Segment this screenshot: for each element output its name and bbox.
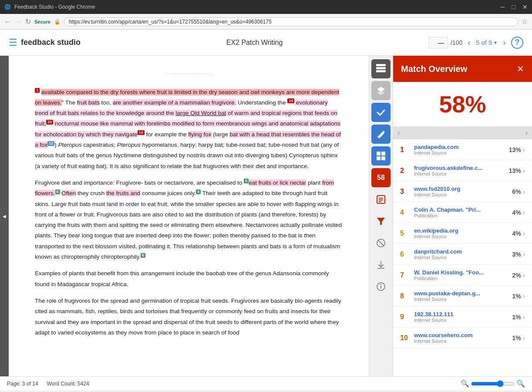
match-item[interactable]: 3 www.fsd2010.org Internet Source 6% › — [393, 181, 532, 202]
statusbar: Page: 3 of 14 Word Count: 5424 🔍 🔍 — [0, 376, 532, 390]
match-item-arrow: › — [523, 167, 525, 175]
match-item[interactable]: 8 www.pustaka-deptan.g... Internet Sourc… — [393, 286, 532, 307]
secure-indicator: Secure — [34, 19, 51, 24]
svg-marker-13 — [377, 218, 385, 225]
back-btn[interactable]: ← — [4, 18, 11, 26]
minimize-btn[interactable]: ─ — [501, 3, 505, 10]
titlebar-left: 🌐 Feedback Studio - Google Chrome — [4, 4, 95, 10]
match-item-pct: 1% — [505, 314, 521, 321]
block-btn[interactable] — [371, 233, 391, 253]
match-item[interactable]: 10 www.coursehero.com Internet Source 1%… — [393, 328, 532, 348]
match-item-type: Publication — [414, 213, 505, 218]
svg-rect-7 — [377, 156, 380, 160]
match-item[interactable]: 1 pandapedia.com Internet Source 13% › — [393, 139, 532, 160]
grid-btn[interactable] — [371, 146, 391, 166]
forward-btn[interactable]: → — [15, 18, 22, 26]
match-item-info: frugivorous.askdefine.c... Internet Sour… — [414, 165, 505, 176]
logo: ☰ feedback studio — [9, 37, 81, 48]
right-toolbar: 58 — [369, 56, 393, 376]
document-area[interactable]: · · · · · · · · · · · · · · · · 1 availa… — [9, 56, 369, 376]
match-item-pct: 3% — [505, 251, 521, 258]
refresh-btn[interactable]: ↻ — [25, 17, 31, 26]
download-btn[interactable] — [371, 255, 391, 274]
match-item-link: W. Daniel Kissling. "Foo... — [414, 269, 505, 276]
help-button[interactable]: ? — [511, 37, 523, 49]
match-item[interactable]: 9 192.38.112.111 Internet Source 1% › — [393, 307, 532, 328]
match-header: Match Overview ✕ — [393, 56, 532, 82]
addressbar: ← → ↻ Secure 🔒 https://ev.turnitin.com/a… — [0, 14, 532, 30]
svg-marker-4 — [377, 90, 385, 95]
submission-counter[interactable]: 5 of 9 ▼ — [476, 39, 498, 46]
match-item-info: www.pustaka-deptan.g... Internet Source — [414, 290, 505, 302]
match-item-type: Internet Source — [414, 318, 505, 323]
match-item-link: pandapedia.com — [414, 144, 505, 150]
match-item-link: Colin A. Chapman. "Pri... — [414, 206, 505, 213]
match-item-num: 5 — [400, 230, 411, 237]
match-item-arrow: › — [523, 146, 525, 154]
match-next-btn[interactable]: › — [525, 129, 528, 137]
match-item-link: www.pustaka-deptan.g... — [414, 290, 505, 297]
doc-title: EX2 Patch Writing — [226, 39, 283, 47]
match-item-pct: 1% — [505, 335, 521, 341]
url-bar[interactable]: https://ev.turnitin.com/app/carta/en_us/… — [64, 17, 518, 26]
prev-submission-btn[interactable]: ‹ — [466, 36, 472, 49]
citation-badge-12: 12 — [47, 141, 54, 146]
match-title: Match Overview — [401, 64, 467, 74]
match-item[interactable]: 5 en.wikipedia.org Internet Source 4% › — [393, 223, 532, 244]
assignment-btn[interactable] — [371, 190, 391, 209]
svg-rect-0 — [376, 64, 386, 66]
match-item[interactable]: 4 Colin A. Chapman. "Pri... Publication … — [393, 202, 532, 223]
info-btn[interactable] — [371, 277, 391, 296]
zoom-out-btn[interactable]: 🔍 — [461, 379, 469, 388]
match-item-info: W. Daniel Kissling. "Foo... Publication — [414, 269, 505, 281]
match-item-link: 192.38.112.111 — [414, 311, 505, 318]
score-input[interactable] — [428, 37, 448, 48]
zoom-in-btn[interactable]: 🔍 — [516, 379, 525, 388]
match-item-arrow: › — [523, 334, 525, 342]
edit-btn[interactable] — [371, 125, 391, 144]
similarity-score-btn[interactable]: 58 — [371, 168, 391, 187]
next-submission-btn[interactable]: › — [501, 36, 508, 49]
browser-icon: 🌐 — [4, 4, 11, 10]
layers-btn[interactable] — [371, 59, 391, 78]
close-btn[interactable]: ✕ — [522, 3, 528, 10]
match-item-type: Internet Source — [414, 192, 505, 197]
checkmark-btn[interactable] — [371, 103, 391, 122]
match-item[interactable]: 7 W. Daniel Kissling. "Foo... Publicatio… — [393, 265, 532, 286]
match-item-pct: 2% — [505, 272, 521, 279]
maximize-btn[interactable]: □ — [512, 3, 515, 10]
match-close-btn[interactable]: ✕ — [517, 64, 524, 74]
match-item[interactable]: 2 frugivorous.askdefine.c... Internet So… — [393, 160, 532, 181]
left-toolbar: ◀ — [0, 56, 9, 376]
svg-rect-1 — [376, 67, 386, 69]
layers2-btn[interactable] — [371, 81, 391, 100]
match-item-link: frugivorous.askdefine.c... — [414, 165, 505, 171]
match-item-num: 2 — [400, 167, 411, 175]
citation-badge-20: 20 — [46, 120, 53, 125]
zoom-slider[interactable] — [471, 380, 515, 387]
score-total: /100 — [451, 39, 462, 46]
match-item-num: 6 — [400, 250, 411, 258]
svg-rect-6 — [381, 152, 385, 155]
match-item-num: 8 — [400, 292, 411, 300]
match-prev-btn[interactable]: ‹ — [397, 129, 400, 137]
match-item-arrow: › — [523, 188, 525, 196]
chevron-down-icon: ▼ — [493, 40, 498, 45]
bookmark-icon[interactable]: ☆ — [522, 17, 528, 26]
titlebar: 🌐 Feedback Studio - Google Chrome ─ □ ✕ — [0, 0, 532, 14]
filter-btn[interactable] — [371, 212, 391, 231]
collapse-btn[interactable]: ◀ — [0, 210, 9, 222]
titlebar-controls[interactable]: ─ □ ✕ — [501, 3, 528, 10]
match-item[interactable]: 6 danpritchard.com Internet Source 3% › — [393, 244, 532, 265]
match-item-type: Internet Source — [414, 297, 505, 302]
match-item-arrow: › — [523, 250, 525, 258]
match-item-link: en.wikipedia.org — [414, 227, 505, 234]
citation-badge-6c: 6 — [141, 253, 145, 258]
match-item-num: 9 — [400, 313, 411, 321]
match-item-info: Colin A. Chapman. "Pri... Publication — [414, 206, 505, 218]
match-item-arrow: › — [523, 271, 525, 279]
logo-text: feedback studio — [21, 38, 81, 47]
svg-point-19 — [380, 284, 381, 285]
match-item-pct: 6% — [505, 188, 521, 195]
match-item-type: Publication — [414, 276, 505, 281]
